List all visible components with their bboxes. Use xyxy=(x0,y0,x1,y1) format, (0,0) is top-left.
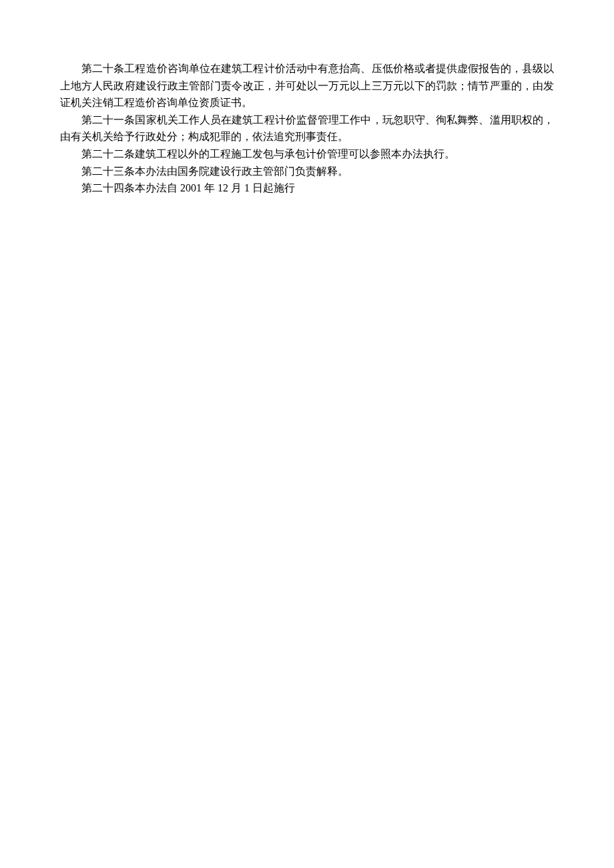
article-21: 第二十一条国家机关工作人员在建筑工程计价监督管理工作中，玩忽职守、徇私舞弊、滥用… xyxy=(60,111,554,145)
article-24: 第二十四条本办法自 2001 年 12 月 1 日起施行 xyxy=(60,179,554,197)
document-content: 第二十条工程造价咨询单位在建筑工程计价活动中有意抬高、压低价格或者提供虚假报告的… xyxy=(60,60,554,197)
article-20: 第二十条工程造价咨询单位在建筑工程计价活动中有意抬高、压低价格或者提供虚假报告的… xyxy=(60,60,554,111)
article-22: 第二十二条建筑工程以外的工程施工发包与承包计价管理可以参照本办法执行。 xyxy=(60,145,554,163)
article-23: 第二十三条本办法由国务院建设行政主管部门负责解释。 xyxy=(60,163,554,180)
